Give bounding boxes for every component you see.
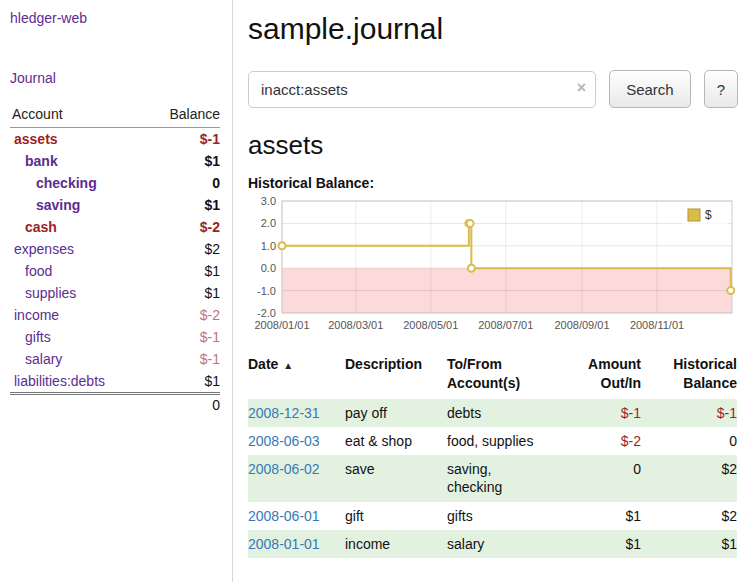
transaction-accounts: gifts (447, 502, 569, 530)
transaction-date-link[interactable]: 2008-12-31 (248, 405, 320, 421)
account-link-saving[interactable]: saving (36, 197, 80, 213)
transaction-amount: $-1 (569, 399, 649, 427)
register-header-row: Date▲ Description To/From Account(s) Amo… (248, 353, 737, 399)
accounts-header-account: Account (10, 106, 145, 128)
account-link-checking[interactable]: checking (36, 175, 97, 191)
account-link-cash[interactable]: cash (25, 219, 57, 235)
transaction-date-cell: 2008-01-01 (248, 530, 345, 558)
transaction-date-cell: 2008-06-02 (248, 455, 345, 501)
transaction-balance: $2 (649, 455, 737, 501)
account-balance: $-2 (145, 304, 220, 326)
account-row: bank$1 (10, 150, 220, 172)
legend-swatch-icon (688, 209, 700, 221)
transaction-date-link[interactable]: 2008-06-03 (248, 433, 320, 449)
account-name-cell: salary (10, 348, 145, 370)
transaction-date-link[interactable]: 2008-06-01 (248, 508, 320, 524)
account-balance: $1 (145, 282, 220, 304)
account-balance: $1 (145, 370, 220, 394)
col-amount: Amount Out/In (569, 353, 649, 399)
legend-label: $ (705, 208, 712, 222)
accounts-table: Account Balance assets$-1bank$1checking0… (10, 106, 220, 416)
search-box: × (248, 71, 596, 108)
col-date[interactable]: Date▲ (248, 353, 345, 399)
help-button[interactable]: ? (704, 70, 738, 108)
app-brand-link[interactable]: hledger-web (10, 10, 87, 26)
transaction-description: eat & shop (345, 427, 447, 455)
register-row: 2008-01-01incomesalary$1$1 (248, 530, 737, 558)
account-name-cell: assets (10, 128, 145, 151)
y-tick-label: -1.0 (257, 285, 276, 297)
col-description: Description (345, 353, 447, 399)
search-input[interactable] (248, 71, 596, 108)
page-title: sample.journal (248, 12, 738, 46)
y-tick-label: -2.0 (257, 307, 276, 319)
chart-container: 3.02.01.00.0-1.0-2.02008/01/012008/03/01… (248, 195, 738, 341)
transaction-date-cell: 2008-06-01 (248, 502, 345, 530)
transaction-date-link[interactable]: 2008-01-01 (248, 536, 320, 552)
x-tick-label: 2008/01/01 (254, 319, 309, 331)
search-form: × Search ? (248, 70, 738, 108)
data-point-marker (279, 242, 286, 249)
account-balance: $1 (145, 260, 220, 282)
account-row: food$1 (10, 260, 220, 282)
transaction-amount: $-2 (569, 427, 649, 455)
x-tick-label: 2008/05/01 (403, 319, 458, 331)
account-balance: $1 (145, 150, 220, 172)
x-tick-label: 2008/03/01 (328, 319, 383, 331)
clear-search-icon[interactable]: × (577, 79, 586, 97)
transaction-description: gift (345, 502, 447, 530)
search-button[interactable]: Search (609, 70, 691, 108)
account-name-cell: cash (10, 216, 145, 238)
account-row: salary$-1 (10, 348, 220, 370)
balance-chart: 3.02.01.00.0-1.0-2.02008/01/012008/03/01… (248, 195, 738, 337)
main-content: sample.journal × Search ? assets Histori… (234, 0, 742, 582)
transaction-date-cell: 2008-12-31 (248, 399, 345, 427)
account-name-cell: food (10, 260, 145, 282)
transaction-date-link[interactable]: 2008-06-02 (248, 461, 320, 477)
col-date-label: Date (248, 356, 278, 372)
account-name-cell: saving (10, 194, 145, 216)
account-name-cell: checking (10, 172, 145, 194)
register-row: 2008-06-03eat & shopfood, supplies$-20 (248, 427, 737, 455)
account-link-salary[interactable]: salary (25, 351, 62, 367)
account-balance: $-2 (145, 216, 220, 238)
accounts-header-row: Account Balance (10, 106, 220, 128)
account-link-assets[interactable]: assets (14, 131, 58, 147)
y-tick-label: 3.0 (261, 195, 276, 207)
account-balance: $-1 (145, 348, 220, 370)
col-accounts: To/From Account(s) (447, 353, 569, 399)
account-balance: $-1 (145, 128, 220, 151)
account-name-cell: supplies (10, 282, 145, 304)
account-link-liabilities-debts[interactable]: liabilities:debts (14, 373, 105, 389)
register-row: 2008-06-01giftgifts$1$2 (248, 502, 737, 530)
data-point-marker (727, 287, 734, 294)
y-tick-label: 1.0 (261, 240, 276, 252)
account-link-income[interactable]: income (14, 307, 59, 323)
accounts-total-row: 0 (10, 394, 220, 417)
data-point-marker (467, 220, 474, 227)
account-row: expenses$2 (10, 238, 220, 260)
account-row: gifts$-1 (10, 326, 220, 348)
register-row: 2008-12-31pay offdebts$-1$-1 (248, 399, 737, 427)
account-name-cell: gifts (10, 326, 145, 348)
account-link-food[interactable]: food (25, 263, 52, 279)
account-link-bank[interactable]: bank (25, 153, 58, 169)
transaction-accounts: saving, checking (447, 455, 569, 501)
transaction-balance: $-1 (649, 399, 737, 427)
account-row: saving$1 (10, 194, 220, 216)
account-link-expenses[interactable]: expenses (14, 241, 74, 257)
transaction-balance: $1 (649, 530, 737, 558)
account-link-supplies[interactable]: supplies (25, 285, 76, 301)
x-tick-label: 2008/07/01 (478, 319, 533, 331)
transaction-amount: $1 (569, 530, 649, 558)
hledger-web-app: hledger-web Journal Account Balance asse… (0, 0, 742, 582)
transaction-accounts: food, supplies (447, 427, 569, 455)
data-point-marker (468, 265, 475, 272)
sidebar-item-journal[interactable]: Journal (10, 70, 56, 86)
transaction-accounts: debts (447, 399, 569, 427)
accounts-total-spacer (10, 394, 145, 417)
transaction-balance: 0 (649, 427, 737, 455)
account-row: assets$-1 (10, 128, 220, 151)
account-link-gifts[interactable]: gifts (25, 329, 51, 345)
transaction-description: pay off (345, 399, 447, 427)
